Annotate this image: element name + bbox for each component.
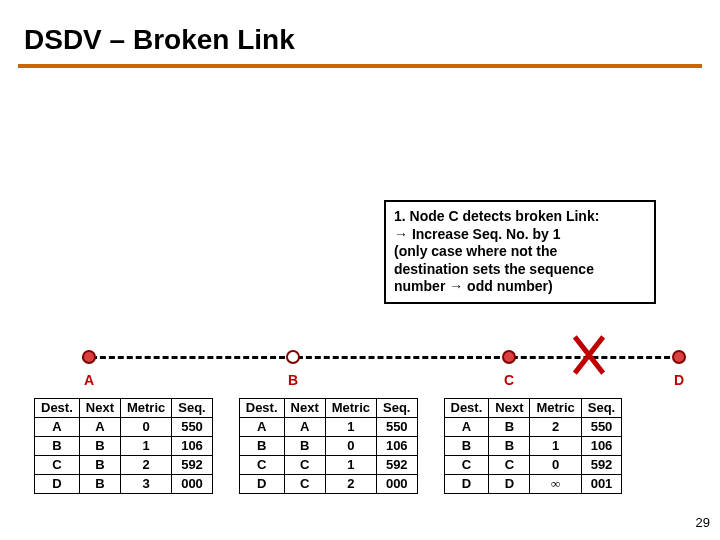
routing-table-b: Dest. Next Metric Seq. AA1550 BB0106 CC1… [239,398,418,494]
table-row: DC2000 [239,475,417,494]
node-label-c: C [504,372,514,388]
node-d [672,350,686,364]
routing-table-a: Dest. Next Metric Seq. AA0550 BB1106 CB2… [34,398,213,494]
title-underline [18,64,702,68]
node-c [502,350,516,364]
table-row: DD∞001 [444,475,622,494]
node-label-d: D [674,372,684,388]
callout-line: → Increase Seq. No. by 1 [394,226,646,244]
th-metric: Metric [530,399,581,418]
th-metric: Metric [120,399,171,418]
table-row: CC0592 [444,456,622,475]
table-row: CC1592 [239,456,417,475]
th-dest: Dest. [239,399,284,418]
broken-link-icon [566,332,612,378]
th-dest: Dest. [35,399,80,418]
table-row: DB3000 [35,475,213,494]
callout-line: (only case where not the [394,243,646,261]
callout-line: 1. Node C detects broken Link: [394,208,646,226]
callout-box: 1. Node C detects broken Link: → Increas… [384,200,656,304]
node-label-a: A [84,372,94,388]
th-next: Next [79,399,120,418]
slide-title: DSDV – Broken Link [0,0,720,64]
table-row: CB2592 [35,456,213,475]
node-b [286,350,300,364]
slide-number: 29 [696,515,710,530]
table-row: AA0550 [35,418,213,437]
th-seq: Seq. [581,399,621,418]
routing-table-c: Dest. Next Metric Seq. AB2550 BB1106 CC0… [444,398,623,494]
node-label-b: B [288,372,298,388]
node-a [82,350,96,364]
th-seq: Seq. [377,399,417,418]
th-dest: Dest. [444,399,489,418]
routing-tables: Dest. Next Metric Seq. AA0550 BB1106 CB2… [34,398,622,494]
callout-line: number → odd number) [394,278,646,296]
th-next: Next [489,399,530,418]
th-seq: Seq. [172,399,212,418]
th-next: Next [284,399,325,418]
table-row: AA1550 [239,418,417,437]
table-row: BB0106 [239,437,417,456]
table-row: BB1106 [35,437,213,456]
th-metric: Metric [325,399,376,418]
table-row: BB1106 [444,437,622,456]
callout-line: destination sets the sequence [394,261,646,279]
table-row: AB2550 [444,418,622,437]
